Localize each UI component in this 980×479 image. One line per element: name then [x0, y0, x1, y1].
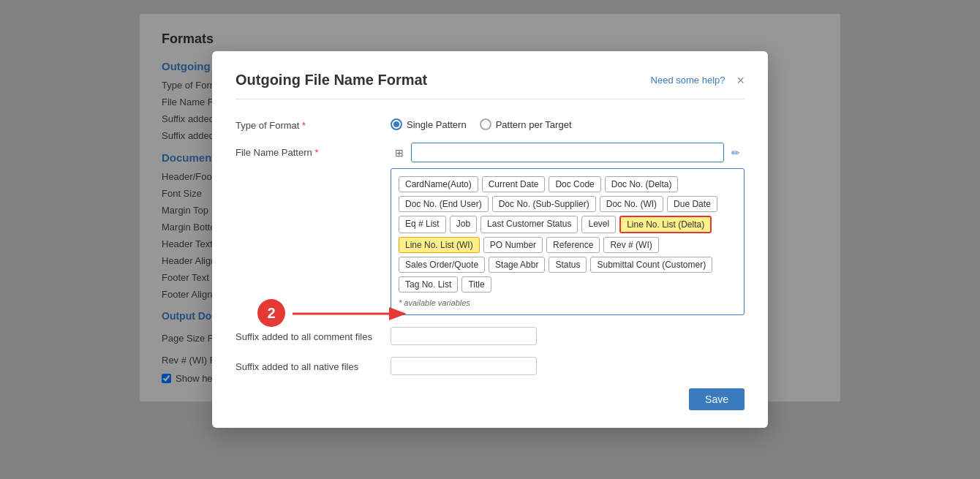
pattern-per-target-option[interactable]: Pattern per Target — [480, 118, 572, 130]
variables-note: * available variables — [399, 298, 736, 307]
var-tag-docnodelta[interactable]: Doc No. (Delta) — [605, 176, 679, 192]
step2-container: 2 — [257, 299, 285, 327]
var-tag-title[interactable]: Title — [461, 276, 491, 293]
var-tag-cardname-auto-[interactable]: CardName(Auto) — [399, 176, 478, 192]
var-tag-currentdate[interactable]: Current Date — [482, 176, 546, 192]
var-tag-reference[interactable]: Reference — [546, 237, 600, 253]
var-tag-tagnolist[interactable]: Tag No. List — [399, 276, 458, 293]
grid-icon[interactable]: ⊞ — [391, 144, 408, 162]
type-format-label: Type of Format * — [235, 116, 382, 131]
var-tag-duedate[interactable]: Due Date — [667, 196, 717, 212]
var-tag-ponumber[interactable]: PO Number — [483, 237, 543, 253]
var-tag-doccode[interactable]: Doc Code — [549, 176, 600, 192]
var-tag-docnosubsupplier[interactable]: Doc No. (Sub-Supplier) — [492, 196, 596, 212]
suffix-native-input-cell — [391, 357, 745, 375]
pattern-per-target-radio[interactable] — [480, 118, 491, 130]
file-name-input-row: ⊞ ✏ — [391, 143, 745, 162]
modal: Outgoing File Name Format Need some help… — [212, 51, 768, 428]
variables-area: CardName(Auto)Current DateDoc CodeDoc No… — [391, 174, 745, 315]
pen-icon[interactable]: ✏ — [727, 144, 745, 162]
modal-header-right: Need some help? × — [651, 74, 745, 87]
modal-title: Outgoing File Name Format — [235, 72, 427, 88]
var-tag-lastcustomerstatus[interactable]: Last Customer Status — [480, 216, 578, 233]
var-tag-linenolistdelta[interactable]: Line No. List (Delta) — [619, 216, 712, 233]
var-tag-revwi[interactable]: Rev # (WI) — [603, 237, 658, 253]
modal-overlay: Outgoing File Name Format Need some help… — [0, 0, 980, 479]
suffix-native-modal-label: Suffix added to all native files — [235, 357, 382, 372]
step2-badge: 2 — [257, 299, 285, 327]
var-tag-level[interactable]: Level — [581, 216, 616, 233]
modal-header: Outgoing File Name Format Need some help… — [235, 72, 745, 99]
suffix-native-modal-input[interactable] — [391, 357, 537, 375]
arrow-svg — [285, 292, 431, 336]
var-tag-status[interactable]: Status — [549, 257, 587, 273]
var-tag-job[interactable]: Job — [450, 216, 477, 233]
file-name-pattern-input[interactable] — [411, 143, 724, 162]
suffix-comment-input-cell — [391, 327, 745, 345]
single-pattern-radio[interactable] — [391, 118, 402, 130]
var-tag-eqlist[interactable]: Eq # List — [399, 216, 446, 233]
modal-footer: Save — [235, 388, 745, 410]
radio-group: Single Pattern Pattern per Target — [391, 116, 745, 130]
variables-grid: CardName(Auto)Current DateDoc CodeDoc No… — [399, 176, 736, 293]
var-tag-stageabbr[interactable]: Stage Abbr — [489, 257, 545, 273]
var-tag-docnoenduser[interactable]: Doc No. (End User) — [399, 196, 489, 212]
modal-form: Type of Format * Single Pattern Pattern … — [235, 116, 745, 375]
var-tag-salesorderquote[interactable]: Sales Order/Quote — [399, 257, 485, 273]
variables-dropdown: CardName(Auto)Current DateDoc CodeDoc No… — [391, 168, 745, 315]
var-tag-docnowi[interactable]: Doc No. (WI) — [600, 196, 663, 212]
var-tag-submittalcountcustomer[interactable]: Submittal Count (Customer) — [590, 257, 712, 273]
single-pattern-option[interactable]: Single Pattern — [391, 118, 467, 130]
file-pattern-label: File Name Pattern * — [235, 143, 382, 158]
save-button[interactable]: Save — [689, 388, 745, 410]
close-button[interactable]: × — [736, 74, 745, 87]
help-link[interactable]: Need some help? — [651, 75, 725, 86]
var-tag-linenolistwi[interactable]: Line No. List (WI) — [399, 237, 480, 253]
